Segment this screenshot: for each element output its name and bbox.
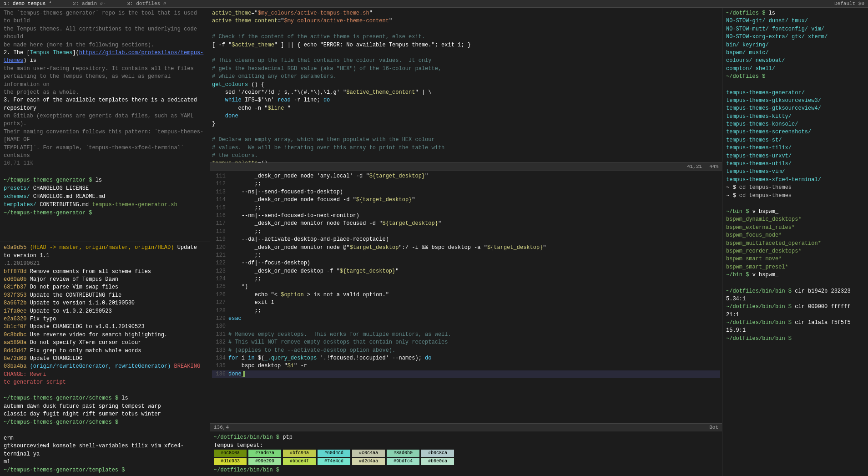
pane-right: ~/dotfiles $ ls NO-STOW-git/ dunst/ tmux… xyxy=(722,8,868,476)
swatches-row1: #6c8c0a #7ad67a #bfc94a #60d4cd #c0c4aa … xyxy=(214,450,718,457)
editor-bottom: 111 _desk_or_node node 'any.local' -d "$… xyxy=(210,170,722,423)
line-113: 113 --ns|--send-focused-to-desktop) xyxy=(212,188,720,196)
line-127: 127 exit 1 xyxy=(212,299,720,307)
line-comment-check: # Check if the content of the active the… xyxy=(212,33,720,41)
git-log: e3a9d55 (HEAD -> master, origin/master, … xyxy=(4,244,206,386)
cursor-pos-bottom: 136,4 xyxy=(214,425,229,430)
line-131: 131 # Remove empty desktops. This works … xyxy=(212,331,720,339)
middle-terminal: ~/dotfiles/bin/bin $ ptp Tempus tempest:… xyxy=(210,431,722,476)
editor-bottom-content: 111 _desk_or_node node 'any.local' -d "$… xyxy=(212,172,720,378)
swatch-6c8c0a: #6c8c0a xyxy=(214,450,247,457)
swatch-8ad0b0: #8ad0b0 xyxy=(387,450,419,457)
line-128: 128 ;; xyxy=(212,307,720,315)
line-114: 114 _desk_or_node node focused -d "${tar… xyxy=(212,196,720,204)
line-132: 132 # This will NOT remove empty desktop… xyxy=(212,339,720,346)
line-117: 117 _desk_or_node monitor node focused -… xyxy=(212,220,720,228)
left-bottom: e3a9d55 (HEAD -> master, origin/master, … xyxy=(0,242,210,476)
main-container: The `tempus-themes-generator` repo is th… xyxy=(0,8,868,476)
line-blank1 xyxy=(212,25,720,33)
default-indicator: Default $0 xyxy=(834,1,864,6)
cursor-pos-top: 41,21 xyxy=(687,164,702,169)
swatch-60d4cd: #60d4cd xyxy=(318,450,350,457)
line-sed: sed '/color*/!d ; s,.*\(#.*\),\1,g' "$ac… xyxy=(212,89,720,96)
right-top-ls: ~/dotfiles $ ls NO-STOW-git/ dunst/ tmux… xyxy=(726,10,864,81)
right-bin-ls: ~/bin $ v bspwm_ bspwm_dynamic_desktops*… xyxy=(726,208,864,279)
swatch-b0c8ca: #b0c8ca xyxy=(421,450,454,457)
line-get-colours-func: get_colours () { xyxy=(212,81,720,89)
line-active-theme-content: active_theme_content="$my_colours/active… xyxy=(212,17,720,25)
line-133: 133 # (applies to the --activate-desktop… xyxy=(212,347,720,354)
line-comment-clean2: # gets the hexadecimal RGB value (aka "H… xyxy=(212,65,720,73)
line-129: 129 esac xyxy=(212,315,720,323)
swatch-d1d933: #d1d933 xyxy=(214,458,247,465)
left-top: The `tempus-themes-generator` repo is th… xyxy=(0,8,210,242)
tab-1[interactable]: 1: demo tempus * xyxy=(4,1,52,6)
ls-templates: erm gtksourceview4 konsole shell-variabl… xyxy=(4,435,206,474)
tab-3[interactable]: 3: dotfiles # xyxy=(127,1,166,6)
swatch-99e299: #99e299 xyxy=(248,458,281,465)
pane-left: The `tempus-themes-generator` repo is th… xyxy=(0,8,210,476)
line-111: 111 _desk_or_node node 'any.local' -d "$… xyxy=(212,172,720,180)
line-blank3 xyxy=(212,128,720,136)
editor-top-content: active_theme="$my_colours/active-tempus-… xyxy=(212,10,720,162)
line-active-theme: active_theme="$my_colours/active-tempus-… xyxy=(212,10,720,17)
line-comment-arr1: # Declare an empty array, which we then … xyxy=(212,136,720,144)
line-126: 126 echo "< $option > is not a valid opt… xyxy=(212,291,720,299)
right-clr-commands: ~/dotfiles/bin/bin $ clr b1942b 232323 5… xyxy=(726,288,864,343)
line-115: 115 ;; xyxy=(212,204,720,212)
swatch-74e4cd: #74e4cd xyxy=(318,458,350,465)
top-bar: 1: demo tempus * 2: admin #- 3: dotfiles… xyxy=(0,0,868,8)
line-125: 125 *) xyxy=(212,283,720,291)
line-comment-clean3: # while omitting any other parameters. xyxy=(212,73,720,81)
scroll-pct-top: 44% xyxy=(709,164,718,169)
line-while: while IFS=$'\n' read -r line; do xyxy=(212,96,720,104)
line-123: 123 _desk_or_node desktop -f "${target_d… xyxy=(212,268,720,275)
line-112: 112 ;; xyxy=(212,180,720,188)
line-119: 119 --da|--activate-desktop-and-place-re… xyxy=(212,236,720,243)
tab-separator-1 xyxy=(61,1,64,6)
line-116: 116 --nm|--send-focused-to-next-monitor) xyxy=(212,212,720,220)
line-122: 122 --df|--focus-desktop) xyxy=(212,259,720,267)
tab-2[interactable]: 2: admin #- xyxy=(73,1,106,6)
editor-bottom-statusbar: 136,4 Bot xyxy=(210,423,722,431)
swatch-9bdfc4: #9bdfc4 xyxy=(387,458,419,465)
swatch-7ad67a: #7ad67a xyxy=(248,450,281,457)
line-check-file: [ -f "$active_theme" ] || { echo "ERROR:… xyxy=(212,41,720,49)
line-135: 135 bspc desktop "$i" -r xyxy=(212,362,720,370)
line-130: 130 xyxy=(212,323,720,330)
line-blank2 xyxy=(212,49,720,57)
swatch-bbde4f: #bbde4f xyxy=(283,458,316,465)
pane-middle: active_theme="$my_colours/active-tempus-… xyxy=(210,8,722,476)
line-echo: echo -n "$line " xyxy=(212,105,720,112)
bot-indicator: Bot xyxy=(709,425,718,430)
swatch-bfc94a: #bfc94a xyxy=(283,450,316,457)
tab-separator-2 xyxy=(115,1,118,6)
editor-top-statusbar: 41,21 44% xyxy=(210,162,722,170)
ls-schemes: ~/tempus-themes-generator/schemes $ ls a… xyxy=(4,395,206,426)
line-121: 121 ;; xyxy=(212,252,720,259)
line-124: 124 ;; xyxy=(212,275,720,283)
line-118: 118 ;; xyxy=(212,228,720,236)
line-136: 136 done▌ xyxy=(212,370,720,378)
swatch-b6e0ca: #b6e0ca xyxy=(421,458,454,465)
line-close-brace: } xyxy=(212,120,720,128)
line-done1: done xyxy=(212,112,720,120)
swatches-row2: #d1d933 #99e299 #bbde4f #74e4cd #d2d4aa … xyxy=(214,458,718,465)
editor-top: active_theme="$my_colours/active-tempus-… xyxy=(210,8,722,162)
right-tg-ls: tempus-themes-generator/ tempus-themes-g… xyxy=(726,89,864,200)
swatch-c0c4aa: #c0c4aa xyxy=(352,450,385,457)
line-120: 120 _desk_or_node monitor node @"$target… xyxy=(212,244,720,252)
line-comment-arr2: # values. We will be iterating over this… xyxy=(212,144,720,152)
line-134: 134 for i in $(_.query_desktops '.!focus… xyxy=(212,354,720,362)
ls-block: ~/tempus-themes-generator $ ls presets/ … xyxy=(4,176,206,217)
swatch-d2d4aa: #d2d4aa xyxy=(352,458,385,465)
intro-text: The `tempus-themes-generator` repo is th… xyxy=(4,10,206,168)
line-comment-clean1: # This cleans up the file that contains … xyxy=(212,57,720,65)
line-comment-arr3: # the colours. xyxy=(212,152,720,160)
